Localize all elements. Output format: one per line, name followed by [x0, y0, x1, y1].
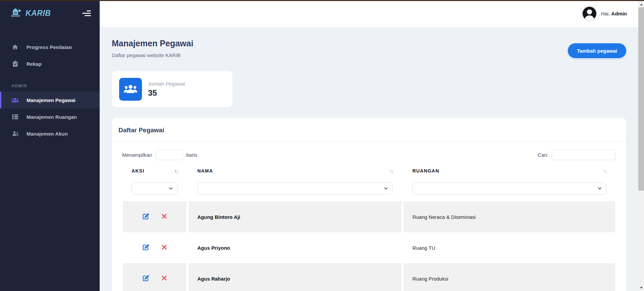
main-content: Manajemen Pegawai Daftar pegawai website… — [100, 27, 638, 291]
table-row: Agung Bintoro Aji Ruang Neraca & Disemin… — [123, 201, 615, 232]
employee-list-card: Daftar Pegawai Menampilkan baris Cari: — [112, 118, 626, 291]
column-label: RUANGAN — [412, 168, 439, 174]
edit-icon[interactable] — [142, 213, 149, 220]
sort-icon: ↑↓ — [603, 168, 608, 174]
sidebar-toggle-hamburger-icon[interactable] — [81, 9, 92, 17]
home-icon — [11, 44, 19, 50]
sidebar-section-admin: ADMIN — [0, 84, 100, 88]
brand-logo[interactable]: KARIB — [10, 7, 51, 19]
column-header-aksi[interactable]: AKSI ↑↓ — [123, 168, 186, 182]
search-input[interactable] — [552, 150, 615, 160]
vertical-scrollbar — [638, 1, 644, 291]
sidebar-item-label: Manajemen Ruangan — [27, 114, 77, 120]
sidebar-item-label: Manajemen Akun — [27, 131, 68, 137]
sidebar-item-manajemen-pegawai[interactable]: Manajemen Pegawai — [0, 92, 100, 108]
users-stat-icon — [119, 78, 142, 101]
delete-icon[interactable] — [161, 275, 167, 281]
page-subtitle: Daftar pegawai website KARIB — [112, 52, 193, 58]
employee-count-card: Jumlah Pegawai 35 — [112, 71, 233, 107]
users-icon — [11, 97, 19, 103]
add-employee-button[interactable]: Tambah pegawai — [568, 43, 626, 58]
sidebar-item-manajemen-akun[interactable]: Manajemen Akun — [0, 125, 100, 142]
edit-icon[interactable] — [142, 275, 149, 282]
scroll-up-arrow[interactable] — [638, 2, 644, 7]
rows-per-page-input[interactable] — [155, 150, 183, 160]
sidebar: KARIB Progress Penilaian — [0, 0, 100, 291]
page-title: Manajemen Pegawai — [112, 39, 193, 48]
delete-icon[interactable] — [161, 244, 167, 250]
users-gear-icon — [11, 131, 19, 137]
employee-room: Ruang Neraca & Diseminasi — [412, 214, 476, 220]
column-label: NAMA — [197, 168, 213, 174]
aksi-filter-select[interactable] — [132, 182, 178, 195]
employee-table: AKSI ↑↓ NAMA ↑↓ RUANGAN — [120, 168, 617, 291]
table-row: Agus Raharjo Ruang Produksi — [123, 263, 615, 291]
column-header-ruangan[interactable]: RUANGAN ↑↓ — [404, 168, 615, 182]
sort-icon: ↑↓ — [175, 168, 179, 174]
greeting-text: Hai,Admin — [601, 11, 627, 16]
edit-icon[interactable] — [142, 244, 149, 251]
stat-value: 35 — [148, 88, 185, 98]
table-list-icon — [11, 114, 19, 120]
sort-icon: ↑↓ — [390, 168, 394, 174]
employee-room: Ruang Produksi — [412, 276, 448, 282]
sidebar-nav: Progress Penilaian Rekap ADMIN — [0, 39, 100, 142]
sidebar-item-progress-penilaian[interactable]: Progress Penilaian — [0, 39, 100, 55]
delete-icon[interactable] — [161, 213, 167, 219]
scrollbar-thumb[interactable] — [638, 7, 644, 191]
top-accent-strip — [0, 0, 644, 1]
rows-per-page-suffix: baris — [186, 152, 197, 158]
employee-name: Agung Bintoro Aji — [197, 214, 240, 220]
column-header-nama[interactable]: NAMA ↑↓ — [189, 168, 401, 182]
username: Admin — [611, 11, 627, 16]
sidebar-item-manajemen-ruangan[interactable]: Manajemen Ruangan — [0, 108, 100, 125]
avatar[interactable] — [583, 7, 596, 20]
employee-name: Agus Priyono — [197, 245, 230, 251]
topbar: Hai,Admin — [100, 0, 638, 27]
search-label: Cari: — [538, 152, 548, 158]
rows-per-page-prefix: Menampilkan — [122, 152, 152, 158]
employee-name: Agus Raharjo — [197, 276, 230, 282]
scroll-down-arrow[interactable] — [638, 285, 644, 290]
karib-house-icon — [10, 7, 23, 19]
nama-filter-select[interactable] — [197, 182, 393, 195]
table-row: Agus Priyono Ruang TU — [123, 232, 615, 263]
brand-name: KARIB — [26, 9, 51, 18]
sidebar-item-rekap[interactable]: Rekap — [0, 55, 100, 72]
sidebar-item-label: Rekap — [27, 61, 42, 67]
ruangan-filter-select[interactable] — [412, 182, 606, 195]
card-title: Daftar Pegawai — [118, 127, 620, 134]
app-root: KARIB Progress Penilaian — [0, 0, 644, 291]
stat-label: Jumlah Pegawai — [148, 81, 185, 87]
column-label: AKSI — [132, 168, 144, 174]
sidebar-item-label: Manajemen Pegawai — [27, 97, 76, 103]
clipboard-check-icon — [11, 60, 19, 67]
greeting-prefix: Hai, — [601, 11, 610, 16]
sidebar-item-label: Progress Penilaian — [27, 44, 72, 50]
employee-room: Ruang TU — [412, 245, 435, 251]
user-menu[interactable]: Hai,Admin — [583, 7, 627, 20]
